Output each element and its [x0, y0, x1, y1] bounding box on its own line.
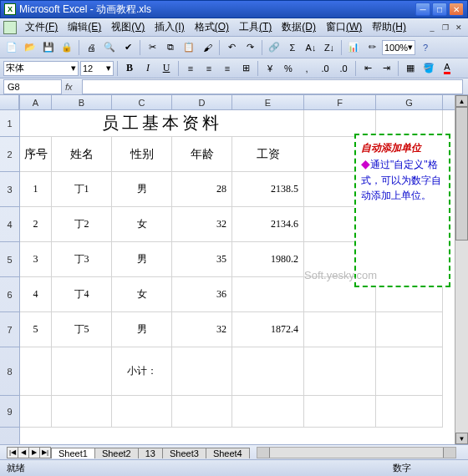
- cell[interactable]: 35: [172, 242, 232, 277]
- help-icon[interactable]: ?: [417, 39, 434, 56]
- font-name-combo[interactable]: 宋体▾: [3, 61, 79, 76]
- chart-icon[interactable]: 📊: [345, 39, 362, 56]
- tab-last-icon[interactable]: ▶|: [39, 447, 51, 458]
- horizontal-scrollbar[interactable]: [257, 447, 456, 458]
- col-header-C[interactable]: C: [112, 95, 172, 109]
- redo-icon[interactable]: ↷: [242, 39, 258, 56]
- row-header-2[interactable]: 2: [0, 137, 19, 172]
- cell[interactable]: 姓名: [52, 137, 112, 172]
- cell[interactable]: 序号: [20, 137, 52, 172]
- cell[interactable]: 36: [172, 277, 232, 312]
- col-header-F[interactable]: F: [304, 95, 376, 109]
- dec-decimal-icon[interactable]: .0: [335, 60, 352, 77]
- table-title[interactable]: 员工基本资料: [20, 110, 304, 137]
- menu-帮助[interactable]: 帮助(H): [367, 18, 411, 36]
- preview-icon[interactable]: 🔍: [101, 39, 118, 56]
- cell[interactable]: 丁3: [52, 242, 112, 277]
- col-header-B[interactable]: B: [52, 95, 112, 109]
- menu-插入[interactable]: 插入(I): [150, 18, 189, 36]
- font-color-icon[interactable]: A: [439, 60, 455, 77]
- paste-icon[interactable]: 📋: [181, 39, 197, 56]
- align-left-icon[interactable]: ≡: [182, 60, 199, 77]
- currency-icon[interactable]: ¥: [262, 60, 278, 77]
- open-icon[interactable]: 📂: [22, 39, 38, 56]
- menu-工具[interactable]: 工具(T): [234, 18, 277, 36]
- formula-input[interactable]: [82, 79, 463, 94]
- cell[interactable]: 丁1: [52, 172, 112, 207]
- font-size-combo[interactable]: 12▾: [80, 61, 114, 76]
- minimize-button[interactable]: ─: [415, 3, 430, 16]
- col-header-D[interactable]: D: [172, 95, 232, 109]
- sheet-tab-13[interactable]: 13: [138, 448, 163, 458]
- percent-icon[interactable]: %: [280, 60, 297, 77]
- sort-desc-icon[interactable]: Z↓: [321, 39, 338, 56]
- tab-nav[interactable]: |◀ ◀ ▶ ▶|: [7, 447, 50, 458]
- mdi-close-button[interactable]: ✕: [453, 23, 465, 33]
- cell[interactable]: 2134.6: [232, 207, 304, 242]
- row-header-3[interactable]: 3: [0, 172, 19, 207]
- italic-button[interactable]: I: [140, 60, 156, 77]
- cell[interactable]: 28: [172, 172, 232, 207]
- cell[interactable]: 男: [112, 312, 172, 347]
- cell[interactable]: [232, 347, 304, 396]
- inc-decimal-icon[interactable]: .0: [317, 60, 333, 77]
- cell[interactable]: 丁4: [52, 277, 112, 312]
- menu-窗口[interactable]: 窗口(W): [321, 18, 367, 36]
- cell[interactable]: 女: [112, 207, 172, 242]
- undo-icon[interactable]: ↶: [223, 39, 240, 56]
- cell[interactable]: [172, 347, 232, 396]
- name-box[interactable]: G8: [3, 79, 62, 94]
- inc-indent-icon[interactable]: ⇥: [378, 60, 394, 77]
- sort-asc-icon[interactable]: A↓: [303, 39, 319, 56]
- cell[interactable]: 1: [20, 172, 52, 207]
- cell[interactable]: 3: [20, 242, 52, 277]
- cell[interactable]: 5: [20, 312, 52, 347]
- cell[interactable]: [376, 396, 443, 428]
- row-header-1[interactable]: 1: [0, 110, 19, 137]
- row-header-6[interactable]: 6: [0, 277, 19, 312]
- cell[interactable]: [232, 277, 304, 312]
- cell[interactable]: 1872.4: [232, 312, 304, 347]
- column-headers[interactable]: ABCDEFG: [20, 95, 455, 110]
- tab-next-icon[interactable]: ▶: [28, 447, 40, 458]
- sheet-tab-Sheet4[interactable]: Sheet4: [206, 448, 250, 458]
- hyperlink-icon[interactable]: 🔗: [266, 39, 282, 56]
- tab-prev-icon[interactable]: ◀: [18, 447, 29, 458]
- save-icon[interactable]: 💾: [40, 39, 57, 56]
- cell[interactable]: 女: [112, 277, 172, 312]
- cell[interactable]: [20, 396, 52, 428]
- row-header-8[interactable]: 8: [0, 347, 19, 396]
- vertical-scrollbar[interactable]: ▲ ▼: [455, 95, 468, 444]
- cell[interactable]: [52, 396, 112, 428]
- row-header-5[interactable]: 5: [0, 242, 19, 277]
- cell[interactable]: [304, 347, 376, 396]
- cell[interactable]: 1980.2: [232, 242, 304, 277]
- cell[interactable]: [304, 312, 376, 347]
- cell[interactable]: [112, 396, 172, 428]
- zoom-combo[interactable]: 100%▾: [382, 40, 415, 55]
- copy-icon[interactable]: ⧉: [162, 39, 179, 56]
- mdi-restore-button[interactable]: ❐: [440, 23, 451, 33]
- border-icon[interactable]: ▦: [402, 60, 419, 77]
- align-center-icon[interactable]: ≡: [201, 60, 217, 77]
- menu-视图[interactable]: 视图(V): [106, 18, 150, 36]
- dec-indent-icon[interactable]: ⇤: [359, 60, 376, 77]
- cell[interactable]: 32: [172, 312, 232, 347]
- format-painter-icon[interactable]: 🖌: [199, 39, 216, 56]
- cell[interactable]: 男: [112, 172, 172, 207]
- cell[interactable]: [376, 347, 443, 396]
- menu-格式[interactable]: 格式(O): [190, 18, 234, 36]
- scroll-down-icon[interactable]: ▼: [455, 433, 468, 444]
- cell[interactable]: 男: [112, 242, 172, 277]
- comma-icon[interactable]: ,: [298, 60, 315, 77]
- cell[interactable]: 年龄: [172, 137, 232, 172]
- cell[interactable]: 2: [20, 207, 52, 242]
- drawing-icon[interactable]: ✏: [364, 39, 380, 56]
- cut-icon[interactable]: ✂: [144, 39, 160, 56]
- cell[interactable]: [20, 347, 52, 396]
- col-header-E[interactable]: E: [232, 95, 304, 109]
- fill-color-icon[interactable]: 🪣: [420, 60, 437, 77]
- underline-button[interactable]: U: [158, 60, 175, 77]
- cell[interactable]: 丁5: [52, 312, 112, 347]
- row-header-7[interactable]: 7: [0, 312, 19, 347]
